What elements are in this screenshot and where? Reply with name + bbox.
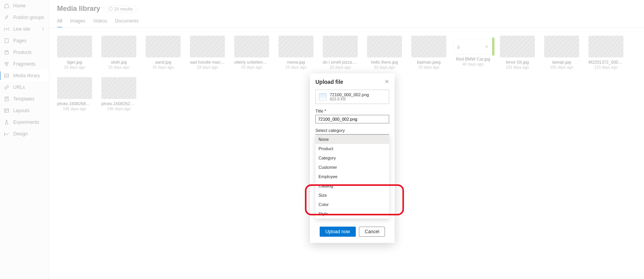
- cancel-button[interactable]: Cancel: [359, 227, 385, 237]
- modal-close-button[interactable]: [385, 79, 389, 85]
- file-name: 72100_000_002.png: [330, 92, 369, 97]
- category-option[interactable]: Category: [315, 153, 389, 163]
- file-size: 603.8 KB: [330, 97, 369, 101]
- category-option[interactable]: Style: [315, 209, 389, 218]
- modal-header: Upload file: [315, 79, 389, 85]
- category-option[interactable]: Customer: [315, 163, 389, 172]
- upload-file-modal: Upload file 72100_000_002.png 603.8 KB T…: [310, 73, 395, 243]
- modal-footer: Upload now Cancel: [315, 227, 389, 237]
- modal-title: Upload file: [315, 79, 343, 85]
- category-field-label: Select category: [315, 128, 389, 133]
- file-info: 72100_000_002.png 603.8 KB: [315, 90, 389, 104]
- category-option[interactable]: Employee: [315, 172, 389, 181]
- category-option[interactable]: None: [315, 135, 389, 144]
- title-field-label: Title *: [315, 109, 389, 113]
- category-option[interactable]: Size: [315, 191, 389, 200]
- upload-now-button[interactable]: Upload now: [320, 227, 356, 237]
- image-file-icon: [319, 93, 327, 101]
- category-option[interactable]: Color: [315, 200, 389, 209]
- category-option[interactable]: Catalog: [315, 181, 389, 191]
- title-input[interactable]: [315, 115, 389, 123]
- category-dropdown: NoneProductCategoryCustomerEmployeeCatal…: [315, 135, 389, 218]
- category-option[interactable]: Product: [315, 144, 389, 153]
